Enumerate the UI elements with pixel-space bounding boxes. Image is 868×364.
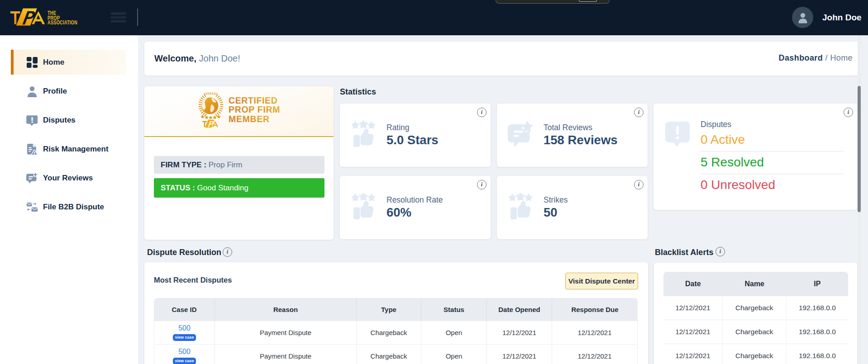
svg-text:PROP FIRM: PROP FIRM bbox=[229, 104, 280, 114]
svg-text:ASSOCIATION: ASSOCIATION bbox=[48, 19, 77, 25]
svg-text:MEMBER: MEMBER bbox=[229, 114, 270, 124]
svg-text:CERTIFIED: CERTIFIED bbox=[229, 95, 277, 105]
